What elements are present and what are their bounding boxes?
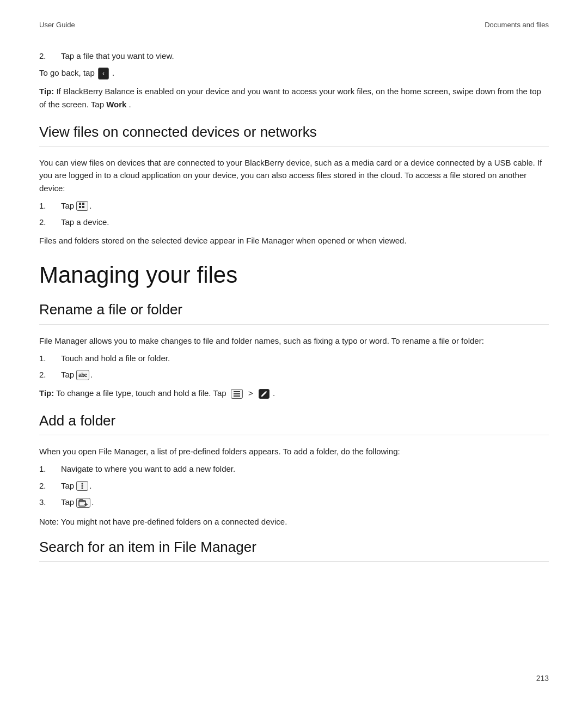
svg-point-8 — [82, 485, 83, 487]
step-text: Tap a file that you want to view. — [61, 50, 174, 63]
svg-rect-1 — [82, 203, 84, 205]
step-a1-text: Navigate to where you want to add a new … — [61, 463, 235, 476]
step-number-a3: 3. — [39, 496, 61, 509]
header-left: User Guide — [39, 20, 75, 31]
step-a2-period: . — [89, 480, 91, 492]
add-folder-icon — [76, 498, 90, 508]
svg-rect-4 — [234, 391, 240, 392]
section1-step2: 2. Tap a device. — [39, 216, 549, 229]
section4-step2: 2. Tap . — [39, 480, 549, 492]
step-number-r1: 1. — [39, 352, 61, 365]
more-icon — [76, 481, 88, 491]
section4-step1: 1. Navigate to where you want to add a n… — [39, 463, 549, 476]
section1-divider — [39, 146, 549, 147]
go-back-period: . — [112, 68, 114, 77]
go-back-line: To go back, tap ‹ . — [39, 66, 549, 80]
page-content: 2. Tap a file that you want to view. To … — [39, 46, 549, 562]
section1-step1: 1. Tap . — [39, 200, 549, 212]
tip2-end: . — [273, 388, 275, 398]
page-header: User Guide Documents and files — [39, 20, 549, 31]
section1-paragraph: You can view files on devices that are c… — [39, 156, 549, 194]
svg-rect-2 — [79, 206, 81, 208]
step-number-a1: 1. — [39, 463, 61, 476]
section4-step3: 3. Tap . — [39, 496, 549, 509]
page-number: 213 — [536, 673, 549, 684]
section3-heading: Rename a file or folder — [39, 301, 549, 318]
tip2-body: To change a file type, touch and hold a … — [56, 388, 226, 398]
step-number-r2: 2. — [39, 369, 61, 381]
tip-end: . — [126, 100, 131, 109]
note-text: You might not have pre-defined folders o… — [61, 517, 287, 526]
section4-paragraph: When you open File Manager, a list of pr… — [39, 445, 549, 458]
tip-label: Tip: — [39, 87, 54, 96]
step-r1-text: Touch and hold a file or folder. — [61, 352, 170, 365]
step2-text: Tap a device. — [61, 216, 109, 229]
section1-heading: View files on connected devices or netwo… — [39, 124, 549, 141]
tip-blackberry-balance: Tip: If BlackBerry Balance is enabled on… — [39, 85, 549, 111]
step-a3-period: . — [91, 496, 94, 509]
svg-point-7 — [82, 483, 83, 485]
svg-rect-3 — [82, 206, 84, 208]
step-r2-tap: Tap — [61, 369, 74, 381]
tip2-label: Tip: — [39, 388, 54, 398]
step-number-1: 1. — [39, 200, 61, 212]
section4-heading: Add a folder — [39, 412, 549, 429]
svg-rect-6 — [234, 395, 240, 397]
header-right: Documents and files — [485, 20, 549, 31]
step1-tap: Tap — [61, 200, 74, 212]
section2-heading: Managing your files — [39, 262, 549, 288]
step-r2-period: . — [90, 369, 93, 381]
intro-step2: 2. Tap a file that you want to view. — [39, 50, 549, 63]
tip-filetype: Tip: To change a file type, touch and ho… — [39, 387, 549, 399]
step-number: 2. — [39, 50, 61, 63]
tip2-arrow: > — [248, 388, 253, 398]
menu-icon — [231, 389, 243, 399]
rename-icon: abc — [76, 370, 89, 380]
back-arrow-icon: ‹ — [98, 68, 109, 80]
step-a3-tap: Tap — [61, 496, 74, 509]
step-number-2: 2. — [39, 216, 61, 229]
section5-heading: Search for an item in File Manager — [39, 539, 549, 556]
section3-paragraph: File Manager allows you to make changes … — [39, 334, 549, 347]
go-back-text: To go back, tap — [39, 68, 95, 77]
note-label: Note: — [39, 517, 59, 526]
files-note: Files and folders stored on the selected… — [39, 234, 549, 247]
note-predefined: Note: You might not have pre-defined fol… — [39, 515, 549, 528]
section5-divider — [39, 561, 549, 562]
page: User Guide Documents and files 2. Tap a … — [0, 0, 588, 706]
step-a2-tap: Tap — [61, 480, 74, 492]
svg-rect-0 — [79, 203, 81, 205]
section3-step2: 2. Tap abc . — [39, 369, 549, 381]
grid-icon — [76, 201, 88, 211]
tip-work-bold: Work — [106, 100, 126, 109]
svg-rect-5 — [234, 393, 240, 394]
section3-step1: 1. Touch and hold a file or folder. — [39, 352, 549, 365]
svg-point-9 — [82, 488, 83, 489]
edit-icon — [259, 389, 270, 399]
step-number-a2: 2. — [39, 480, 61, 492]
section4-divider — [39, 435, 549, 435]
section3-divider — [39, 324, 549, 325]
step1-period: . — [89, 200, 91, 212]
